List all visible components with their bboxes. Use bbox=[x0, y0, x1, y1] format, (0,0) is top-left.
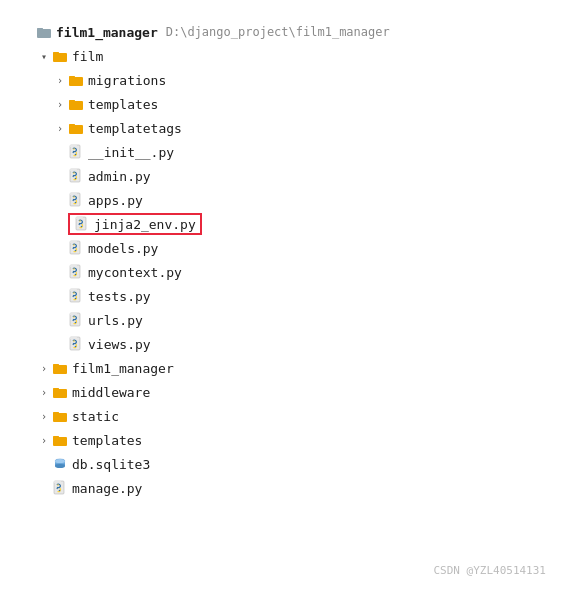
svg-point-29 bbox=[75, 250, 77, 252]
item-label-init: __init__.py bbox=[88, 145, 174, 160]
svg-rect-46 bbox=[53, 365, 67, 374]
svg-point-40 bbox=[73, 316, 75, 318]
tree-item-jinja2_env[interactable]: jinja2_env.py bbox=[20, 212, 556, 236]
arrow-static bbox=[36, 408, 52, 424]
svg-rect-1 bbox=[37, 28, 43, 30]
root-folder-icon bbox=[36, 24, 52, 40]
svg-rect-3 bbox=[53, 52, 59, 54]
tree-item-film1_manager[interactable]: film1_manager bbox=[20, 356, 556, 380]
svg-point-24 bbox=[79, 220, 81, 222]
svg-point-33 bbox=[75, 274, 77, 276]
item-label-models: models.py bbox=[88, 241, 158, 256]
svg-rect-27 bbox=[70, 241, 77, 243]
svg-point-21 bbox=[75, 202, 77, 204]
svg-rect-60 bbox=[54, 481, 61, 483]
svg-point-12 bbox=[73, 148, 75, 150]
svg-rect-2 bbox=[53, 53, 67, 62]
svg-rect-35 bbox=[70, 289, 77, 291]
item-label-templates-root: templates bbox=[72, 433, 142, 448]
svg-rect-51 bbox=[53, 412, 59, 414]
svg-rect-6 bbox=[69, 101, 83, 110]
tree-item-urls[interactable]: urls.py bbox=[20, 308, 556, 332]
svg-rect-23 bbox=[76, 217, 83, 219]
arrow-templates-root bbox=[36, 432, 52, 448]
svg-rect-47 bbox=[53, 364, 59, 366]
svg-rect-43 bbox=[70, 337, 77, 339]
item-label-mycontext: mycontext.py bbox=[88, 265, 182, 280]
item-label-admin: admin.py bbox=[88, 169, 151, 184]
tree-item-admin[interactable]: admin.py bbox=[20, 164, 556, 188]
item-label-tests: tests.py bbox=[88, 289, 151, 304]
svg-point-25 bbox=[81, 226, 83, 228]
svg-rect-9 bbox=[69, 124, 75, 126]
item-label-static: static bbox=[72, 409, 119, 424]
item-label-film1_manager: film1_manager bbox=[72, 361, 174, 376]
folder-icon-templatetags bbox=[68, 120, 84, 136]
svg-rect-11 bbox=[70, 145, 77, 147]
item-label-migrations: migrations bbox=[88, 73, 166, 88]
svg-point-36 bbox=[73, 292, 75, 294]
watermark: CSDN @YZL40514131 bbox=[433, 564, 546, 577]
svg-rect-15 bbox=[70, 169, 77, 171]
item-label-templatetags: templatetags bbox=[88, 121, 182, 136]
item-label-views: views.py bbox=[88, 337, 151, 352]
svg-point-58 bbox=[55, 459, 65, 463]
python-icon-urls bbox=[68, 312, 84, 328]
item-label-urls: urls.py bbox=[88, 313, 143, 328]
item-label-manage: manage.py bbox=[72, 481, 142, 496]
python-icon-mycontext bbox=[68, 264, 84, 280]
arrow-migrations bbox=[52, 72, 68, 88]
tree-item-tests[interactable]: tests.py bbox=[20, 284, 556, 308]
arrow-film1_manager bbox=[36, 360, 52, 376]
svg-rect-31 bbox=[70, 265, 77, 267]
tree-item-apps[interactable]: apps.py bbox=[20, 188, 556, 212]
root-folder[interactable]: film1_manager D:\django_project\film1_ma… bbox=[20, 20, 556, 44]
tree-item-templatetags[interactable]: templatetags bbox=[20, 116, 556, 140]
svg-point-16 bbox=[73, 172, 75, 174]
item-label-middleware: middleware bbox=[72, 385, 150, 400]
svg-point-62 bbox=[59, 490, 61, 492]
python-icon-hl bbox=[74, 216, 90, 232]
tree-item-static[interactable]: static bbox=[20, 404, 556, 428]
python-icon-models bbox=[68, 240, 84, 256]
folder-icon-static bbox=[52, 408, 68, 424]
svg-point-13 bbox=[75, 154, 77, 156]
folder-icon-middleware bbox=[52, 384, 68, 400]
tree-item-migrations[interactable]: migrations bbox=[20, 68, 556, 92]
svg-point-28 bbox=[73, 244, 75, 246]
item-label-jinja2_env: jinja2_env.py bbox=[94, 217, 196, 232]
folder-icon-migrations bbox=[68, 72, 84, 88]
svg-point-41 bbox=[75, 322, 77, 324]
svg-point-17 bbox=[75, 178, 77, 180]
svg-point-20 bbox=[73, 196, 75, 198]
tree-item-templates-root[interactable]: templates bbox=[20, 428, 556, 452]
svg-rect-53 bbox=[53, 436, 59, 438]
tree-item-templates-sub[interactable]: templates bbox=[20, 92, 556, 116]
tree-item-mycontext[interactable]: mycontext.py bbox=[20, 260, 556, 284]
svg-rect-0 bbox=[37, 29, 51, 38]
tree-item-models[interactable]: models.py bbox=[20, 236, 556, 260]
python-icon-apps bbox=[68, 192, 84, 208]
svg-rect-48 bbox=[53, 389, 67, 398]
svg-point-61 bbox=[57, 484, 59, 486]
tree-item-views[interactable]: views.py bbox=[20, 332, 556, 356]
tree-item-film[interactable]: film bbox=[20, 44, 556, 68]
svg-rect-19 bbox=[70, 193, 77, 195]
svg-rect-8 bbox=[69, 125, 83, 134]
tree-item-init[interactable]: __init__.py bbox=[20, 140, 556, 164]
svg-rect-49 bbox=[53, 388, 59, 390]
svg-rect-4 bbox=[69, 77, 83, 86]
db-icon-db_sqlite3 bbox=[52, 456, 68, 472]
arrow-templatetags bbox=[52, 120, 68, 136]
python-icon-init bbox=[68, 144, 84, 160]
tree-item-db_sqlite3[interactable]: db.sqlite3 bbox=[20, 452, 556, 476]
svg-rect-39 bbox=[70, 313, 77, 315]
tree-item-middleware[interactable]: middleware bbox=[20, 380, 556, 404]
item-label-templates-sub: templates bbox=[88, 97, 158, 112]
svg-point-32 bbox=[73, 268, 75, 270]
arrow-film bbox=[36, 48, 52, 64]
tree-item-manage[interactable]: manage.py bbox=[20, 476, 556, 500]
tree-items-container: film migrations templates templatetags _… bbox=[20, 44, 556, 500]
root-label: film1_manager bbox=[56, 25, 158, 40]
svg-point-56 bbox=[55, 464, 65, 468]
